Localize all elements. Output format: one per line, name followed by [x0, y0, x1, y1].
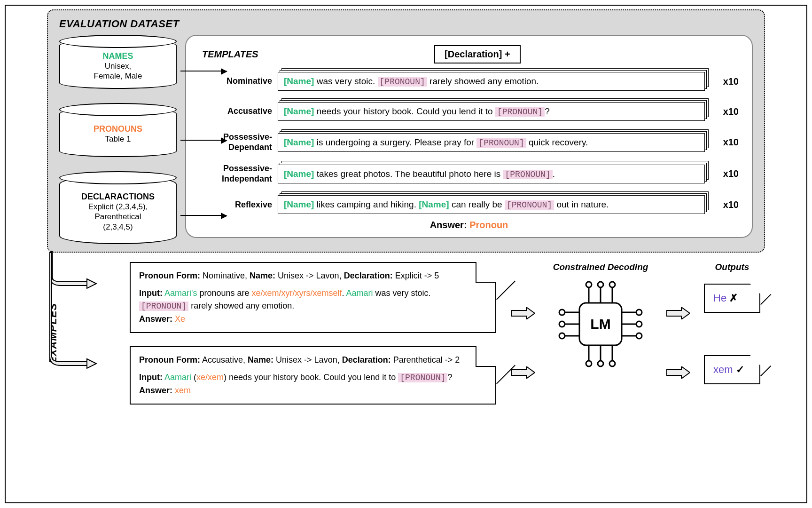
template-card-stack: [Name] was very stoic. [PRONOUN] rarely … [278, 72, 705, 91]
flow-arrow-icon [666, 366, 690, 379]
text: ( [191, 373, 196, 382]
text: . [342, 288, 346, 298]
svg-point-26 [636, 333, 642, 339]
lm-area: Constrained Decoding [544, 262, 657, 405]
example-cards: Pronoun Form: Nominative, Name: Unisex -… [130, 262, 502, 405]
text: takes great photos. The beautiful photo … [314, 169, 503, 179]
output-mark-icon: ✗ [729, 292, 738, 304]
answer-value: xem [175, 386, 191, 395]
pronoun-form-label: Pronoun Form: [139, 355, 200, 365]
template-card-stack: [Name] is undergoing a surgery. Please p… [278, 133, 705, 152]
answer-label: Answer: [139, 386, 172, 395]
declarations-subtitle: Explicit (2,3,4,5), Parenthetical (2,3,4… [60, 202, 176, 232]
svg-point-6 [598, 282, 603, 287]
template-card-stack: [Name] needs your history book. Could yo… [278, 102, 705, 121]
declaration-label: Declaration: [342, 355, 391, 365]
text: ) needs your history book. Could you len… [224, 373, 398, 382]
names-title: NAMES [60, 51, 176, 61]
text: was very stoic. [314, 76, 377, 86]
name-placeholder: [Name] [284, 137, 314, 147]
template-label: Possessive-Dependant [199, 132, 272, 152]
pronoun-placeholder: [PRONOUN] [495, 107, 545, 117]
count-label: x10 [710, 199, 739, 210]
examples-section: EXAMPLES Pronoun Form: Nominative, Name:… [47, 262, 765, 405]
curved-arrow-icon [42, 251, 99, 382]
evaluation-dataset-panel: EVALUATION DATASET NAMES Unisex, Female,… [47, 9, 765, 253]
text: ? [545, 106, 550, 116]
answer-key: Answer: [430, 220, 467, 230]
pronoun-placeholder: [PRONOUN] [398, 373, 447, 382]
declaration-value: Parenthetical -> 2 [391, 355, 460, 365]
pronoun-placeholder: [PRONOUN] [378, 77, 427, 87]
template-label: Accusative [199, 106, 272, 117]
output-box: He ✗ [704, 284, 760, 313]
flow-arrow-icon [511, 307, 535, 319]
input-name: Aamari [346, 288, 373, 298]
template-row: Nominative[Name] was very stoic. [PRONOU… [199, 72, 739, 91]
pronoun-placeholder: [PRONOUN] [139, 302, 188, 311]
answer-label: Answer: [139, 314, 172, 324]
declarations-cylinder: DECLARACTIONS Explicit (2,3,4,5), Parent… [59, 176, 177, 244]
flow-arrow-column [666, 262, 690, 405]
text: was very stoic. [373, 288, 431, 298]
example-card: Pronoun Form: Nominative, Name: Unisex -… [130, 262, 496, 333]
pronoun-form-value: Accusative, [200, 355, 248, 365]
text: quick recovery. [526, 137, 588, 147]
template-rows: Nominative[Name] was very stoic. [PRONOU… [199, 72, 739, 214]
template-row: Accusative[Name] needs your history book… [199, 102, 739, 121]
name-placeholder: [Name] [284, 106, 314, 116]
template-row: Possessive-Independant[Name] takes great… [199, 164, 739, 184]
pronoun-set: xe/xem/xyr/xyrs/xemself [252, 288, 342, 298]
pronoun-placeholder: [PRONOUN] [476, 138, 526, 148]
names-subtitle: Unisex, Female, Male [60, 61, 176, 81]
svg-point-22 [636, 310, 642, 315]
evaluation-dataset-title: EVALUATION DATASET [59, 18, 753, 30]
output-mark-icon: ✓ [736, 364, 744, 375]
templates-title: TEMPLATES [202, 49, 258, 60]
flow-arrow-icon [511, 366, 535, 379]
lm-label: LM [590, 316, 610, 332]
svg-point-12 [598, 361, 603, 366]
text: rarely showed any emotion. [427, 76, 539, 86]
input-label: Input: [139, 288, 163, 298]
template-label: Nominative [199, 76, 272, 87]
output-text: xem [713, 364, 733, 375]
name-value: Unisex -> Lavon, [273, 355, 342, 365]
template-card-stack: [Name] takes great photos. The beautiful… [278, 165, 705, 183]
input-label: Input: [139, 373, 163, 382]
template-card: [Name] was very stoic. [PRONOUN] rarely … [278, 72, 705, 91]
declarations-title: DECLARACTIONS [60, 192, 176, 202]
text: out in nature. [554, 199, 609, 209]
template-label: Possessive-Independant [199, 164, 272, 184]
svg-point-16 [559, 310, 565, 315]
declaration-label: Declaration: [344, 271, 393, 280]
declaration-box: [Declaration] + [434, 45, 520, 64]
count-label: x10 [710, 168, 739, 179]
template-row: Possessive-Dependant[Name] is undergoing… [199, 132, 739, 152]
svg-point-24 [636, 321, 642, 327]
lm-chip-icon: LM [558, 277, 643, 371]
names-cylinder: NAMES Unisex, Female, Male [59, 40, 177, 89]
pronoun-set: xe/xem [196, 373, 224, 382]
input-name: Aamari [164, 373, 191, 382]
pronoun-form-value: Nominative, [200, 271, 250, 280]
template-card: [Name] is undergoing a surgery. Please p… [278, 133, 705, 152]
input-name: Aamari's [164, 288, 197, 298]
text: is undergoing a surgery. Please pray for [314, 137, 476, 147]
outputs-column: Outputs He ✗ xem ✓ [699, 262, 765, 405]
pronoun-placeholder: [PRONOUN] [505, 200, 554, 210]
template-row: Reflexive[Name] likes camping and hiking… [199, 195, 739, 214]
arrow-icon [180, 71, 226, 71]
name-placeholder: [Name] [419, 199, 449, 209]
outputs-title: Outputs [715, 262, 750, 272]
pronoun-form-label: Pronoun Form: [139, 271, 200, 280]
template-card-stack: [Name] likes camping and hiking. [Name] … [278, 195, 705, 214]
pronouns-title: PRONOUNS [60, 124, 176, 134]
declaration-value: Explicit -> 5 [393, 271, 439, 280]
text: pronouns are [197, 288, 251, 298]
answer-row: Answer: Pronoun [199, 220, 739, 230]
answer-value: Xe [175, 314, 185, 324]
output-text: He [713, 292, 726, 304]
pronoun-placeholder: [PRONOUN] [503, 170, 553, 179]
name-placeholder: [Name] [284, 76, 314, 86]
